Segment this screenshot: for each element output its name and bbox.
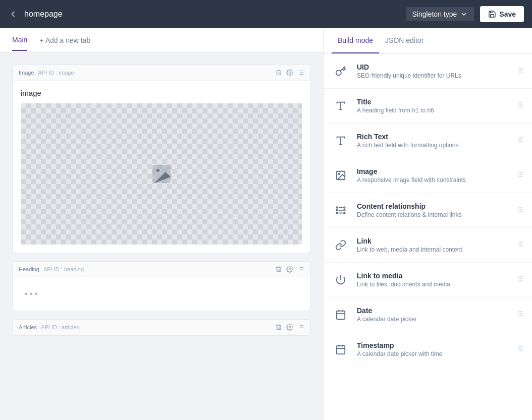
svg-point-56 [344,207,345,208]
image-type-drag-handle[interactable] [516,170,524,181]
link-to-media-name: Link to media [357,272,509,280]
app-header: homepage Singleton type Save [0,0,532,28]
title-info: Title A heading field from h1 to h6 [357,98,509,114]
svg-point-9 [289,268,291,270]
svg-rect-78 [337,311,345,320]
tab-add-new[interactable]: + Add a new tab [39,36,90,44]
image-type-icon [332,166,350,185]
field-type-link[interactable]: Link Link to web, media and internal con… [324,228,532,263]
field-type-timestamp[interactable]: Timestamp A calendar date picker with ti… [324,332,532,367]
field-type-rich-text[interactable]: Rich Text A rich text field with formatt… [324,124,532,158]
image-placeholder-icon [149,162,174,186]
heading-settings-button[interactable] [286,266,293,273]
svg-point-53 [336,207,338,208]
articles-field-header: Articles API ID : articles [13,320,310,335]
articles-drag-handle[interactable] [297,324,304,331]
tabs-bar: Main + Add a new tab [0,28,323,52]
content-relationship-drag-handle[interactable] [516,205,524,215]
link-to-media-drag-handle[interactable] [516,275,524,285]
content-relationship-info: Content relationship Define content rela… [357,202,509,218]
image-type-desc: A responsive image field with constraint… [357,176,509,184]
field-type-link-to-media[interactable]: Link to media Link to files, documents a… [324,263,532,297]
articles-type-badge: Articles [19,324,37,330]
heading-delete-button[interactable] [275,266,282,273]
content-relationship-desc: Define content relations & internal link… [357,211,509,218]
main-layout: Main + Add a new tab Image API ID : imag… [0,28,532,420]
save-button[interactable]: Save [480,6,524,22]
image-upload-area[interactable] [21,103,302,245]
timestamp-icon [332,340,350,358]
heading-field-info: Heading API ID : heading [19,266,84,272]
svg-point-54 [336,210,338,211]
image-type-info: Image A responsive image field with cons… [357,167,509,184]
svg-point-57 [344,210,345,211]
heading-drag-handle[interactable] [297,266,304,273]
image-field-card: Image API ID : image [12,65,311,253]
title-drag-handle[interactable] [516,101,524,111]
link-drag-handle[interactable] [516,240,524,250]
header-right: Singleton type Save [406,6,524,22]
articles-delete-button[interactable] [275,324,282,331]
back-button[interactable] [8,9,18,19]
timestamp-desc: A calendar date picker with time [357,350,509,357]
title-name: Title [357,98,509,106]
heading-field-card: Heading API ID : heading [12,261,311,311]
singleton-type-dropdown[interactable]: Singleton type [406,7,474,21]
chevron-down-icon [460,10,468,18]
link-to-media-desc: Link to files, documents and media [357,281,509,288]
rich-text-drag-handle[interactable] [516,136,524,146]
rich-text-desc: A rich text field with formatting option… [357,142,509,149]
date-name: Date [357,307,509,315]
timestamp-info: Timestamp A calendar date picker with ti… [357,341,509,357]
tab-json-editor[interactable]: JSON editor [379,28,430,53]
svg-point-8 [156,169,159,172]
date-info: Date A calendar date picker [357,307,509,323]
field-type-date[interactable]: Date A calendar date picker [324,297,532,332]
image-delete-button[interactable] [275,69,282,76]
image-settings-button[interactable] [286,69,293,76]
uid-name: UID [357,63,509,71]
fields-area: Image API ID : image [0,52,323,420]
tab-main[interactable]: Main [12,30,27,51]
image-field-name: image [21,89,302,97]
link-name: Link [357,237,509,245]
tab-build-mode[interactable]: Build mode [332,28,379,53]
uid-icon [332,62,350,80]
articles-settings-button[interactable] [286,324,293,331]
link-icon [332,236,350,254]
timestamp-name: Timestamp [357,341,509,349]
link-desc: Link to web, media and internal content [357,246,509,253]
page-title: homepage [24,10,400,19]
timestamp-drag-handle[interactable] [516,344,524,354]
content-relationship-name: Content relationship [357,202,509,210]
content-relationship-icon [332,201,350,219]
image-field-body: image [13,81,310,253]
svg-point-46 [338,173,340,174]
field-type-title[interactable]: Title A heading field from h1 to h6 [324,89,532,124]
articles-field-info: Articles API ID : articles [19,324,79,330]
articles-field-actions [275,324,304,331]
right-tabs-bar: Build mode JSON editor [324,28,532,54]
link-to-media-icon [332,271,350,289]
image-field-info: Image API ID : image [19,70,74,76]
field-type-image[interactable]: Image A responsive image field with cons… [324,158,532,193]
image-field-actions [275,69,304,76]
save-icon [488,10,496,18]
uid-desc: SEO-friendly unique identifier for URLs [357,72,509,79]
field-type-uid[interactable]: UID SEO-friendly unique identifier for U… [324,54,532,89]
heading-placeholder: • • • [21,285,302,303]
rich-text-icon [332,132,350,150]
link-info: Link Link to web, media and internal con… [357,237,509,253]
save-label: Save [499,10,516,18]
field-type-content-relationship[interactable]: Content relationship Define content rela… [324,193,532,228]
date-icon [332,306,350,324]
rich-text-name: Rich Text [357,133,509,141]
svg-point-16 [289,326,291,328]
heading-field-header: Heading API ID : heading [13,262,310,277]
heading-api-id: API ID : heading [43,266,84,272]
uid-drag-handle[interactable] [516,66,524,76]
svg-point-55 [336,212,338,214]
link-to-media-info: Link to media Link to files, documents a… [357,272,509,288]
image-drag-handle[interactable] [297,69,304,76]
date-drag-handle[interactable] [516,310,524,320]
